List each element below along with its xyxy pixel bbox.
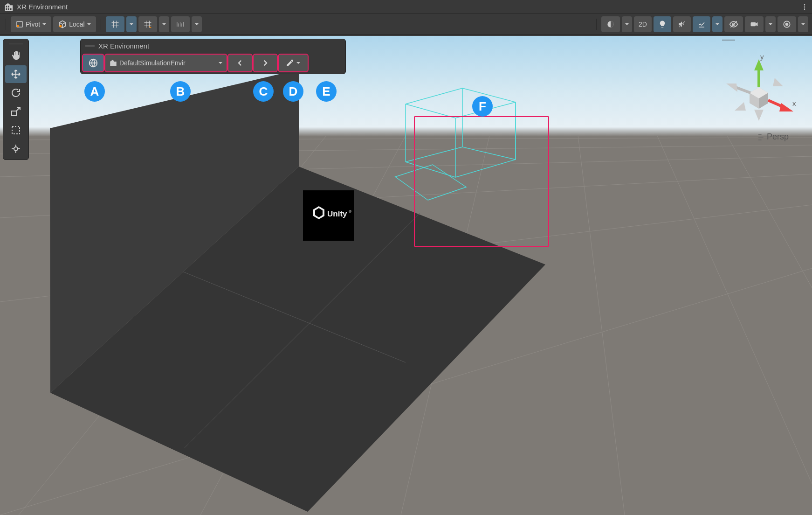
draw-mode-button[interactable] bbox=[601, 16, 620, 32]
gizmos-dropdown[interactable] bbox=[798, 16, 808, 32]
svg-text:®: ® bbox=[349, 209, 351, 214]
hand-tool[interactable] bbox=[5, 47, 27, 64]
draw-mode-dropdown[interactable] bbox=[622, 16, 632, 32]
svg-text:y: y bbox=[760, 55, 764, 61]
svg-marker-50 bbox=[779, 103, 793, 111]
move-tool[interactable] bbox=[5, 65, 27, 83]
main-toolbar: Pivot Local bbox=[0, 14, 812, 35]
scene-viewport[interactable]: Unity ® bbox=[0, 36, 812, 515]
callout-f: F bbox=[472, 96, 493, 117]
svg-marker-56 bbox=[773, 78, 783, 86]
svg-point-0 bbox=[804, 4, 805, 6]
prev-environment-button[interactable] bbox=[228, 55, 252, 71]
svg-marker-54 bbox=[754, 110, 764, 121]
gizmos-button[interactable] bbox=[778, 16, 796, 32]
pivot-dropdown[interactable]: Pivot bbox=[11, 16, 51, 32]
svg-line-24 bbox=[727, 136, 812, 288]
magnet-snap-button[interactable] bbox=[138, 16, 157, 32]
callout-e: E bbox=[316, 81, 337, 102]
unity-logo-text: Unity bbox=[327, 209, 347, 218]
increment-snap-dropdown[interactable] bbox=[192, 16, 202, 32]
callout-d: D bbox=[283, 81, 303, 102]
grid-snap-button[interactable] bbox=[106, 16, 124, 32]
svg-rect-40 bbox=[12, 126, 20, 134]
svg-line-52 bbox=[736, 87, 750, 93]
svg-point-1 bbox=[804, 6, 805, 7]
tool-strip bbox=[3, 39, 29, 160]
svg-text:x: x bbox=[792, 99, 796, 107]
svg-rect-10 bbox=[751, 22, 756, 26]
magnet-snap-dropdown[interactable] bbox=[159, 16, 169, 32]
svg-point-5 bbox=[59, 25, 62, 28]
perspective-label[interactable]: Persp bbox=[757, 132, 789, 142]
grid-snap-dropdown[interactable] bbox=[126, 16, 137, 32]
scene-geometry: Unity ® bbox=[0, 36, 812, 515]
transform-tool[interactable] bbox=[5, 140, 27, 158]
orientation-gizmo[interactable]: y x bbox=[722, 55, 796, 129]
effects-toggle[interactable] bbox=[693, 16, 710, 32]
create-edit-dropdown[interactable] bbox=[279, 55, 308, 71]
svg-line-36 bbox=[406, 88, 462, 104]
svg-marker-53 bbox=[726, 84, 737, 92]
xr-building-icon bbox=[4, 2, 14, 12]
rotate-tool[interactable] bbox=[5, 84, 27, 102]
callout-c: C bbox=[253, 81, 274, 102]
lighting-toggle[interactable] bbox=[654, 16, 671, 32]
camera-button[interactable] bbox=[745, 16, 764, 32]
environment-dropdown[interactable]: DefaultSimulationEnvir bbox=[105, 55, 227, 71]
title-text: XR Environment bbox=[17, 3, 68, 11]
kebab-menu-icon[interactable] bbox=[801, 3, 808, 11]
title-bar: XR Environment bbox=[0, 0, 812, 14]
svg-rect-39 bbox=[12, 111, 16, 116]
callout-b: B bbox=[170, 81, 191, 102]
svg-marker-55 bbox=[735, 102, 746, 111]
toolstrip-drag-handle[interactable] bbox=[5, 41, 27, 46]
svg-point-4 bbox=[17, 25, 19, 28]
local-dropdown[interactable]: Local bbox=[53, 16, 96, 32]
xr-environment-overlay: XR Environment DefaultSimulationEnvir bbox=[80, 39, 346, 74]
camera-dropdown[interactable] bbox=[765, 16, 776, 32]
viewport-drag-handle[interactable] bbox=[721, 40, 736, 41]
svg-point-12 bbox=[786, 23, 788, 26]
rect-tool[interactable] bbox=[5, 121, 27, 139]
callout-f-highlight bbox=[414, 116, 549, 247]
twod-toggle[interactable]: 2D bbox=[634, 16, 652, 32]
effects-dropdown[interactable] bbox=[712, 16, 723, 32]
svg-line-23 bbox=[657, 136, 812, 484]
audio-toggle[interactable] bbox=[673, 16, 691, 32]
svg-marker-47 bbox=[754, 59, 764, 70]
svg-point-2 bbox=[804, 8, 805, 10]
overlay-drag-handle[interactable] bbox=[85, 45, 95, 47]
next-environment-button[interactable] bbox=[254, 55, 277, 71]
callout-a: A bbox=[84, 81, 105, 102]
camera-controls-button[interactable] bbox=[83, 55, 103, 71]
overlay-title: XR Environment bbox=[98, 42, 149, 50]
scale-tool[interactable] bbox=[5, 103, 27, 120]
hidden-toggle[interactable] bbox=[724, 16, 743, 32]
svg-point-41 bbox=[14, 147, 18, 151]
svg-line-22 bbox=[578, 136, 625, 515]
increment-snap-button[interactable] bbox=[171, 16, 190, 32]
